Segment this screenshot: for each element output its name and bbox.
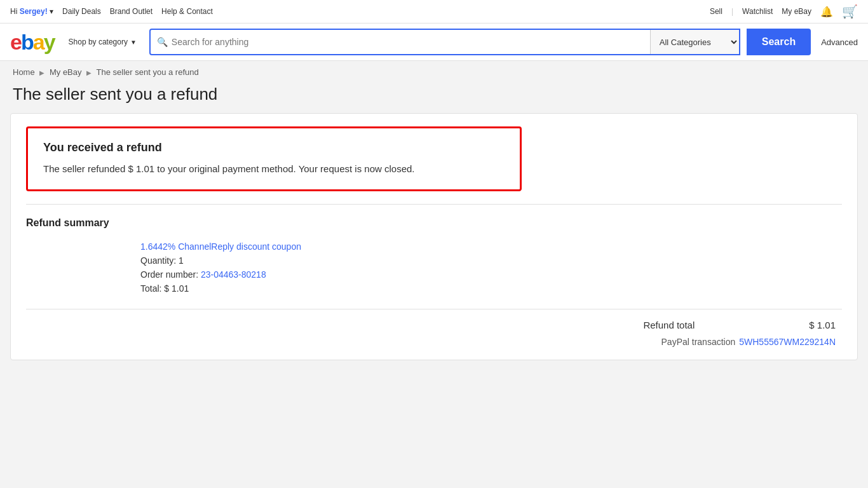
shop-by-arrow-icon: ▼ — [130, 39, 137, 46]
order-label: Order number: 23-04463-80218 — [140, 269, 266, 280]
breadcrumb-sep-1: ▶ — [39, 69, 44, 76]
breadcrumb-sep-2: ▶ — [86, 69, 92, 76]
daily-deals-link[interactable]: Daily Deals — [62, 7, 101, 16]
category-select[interactable]: All Categories — [650, 30, 739, 54]
top-nav-right: Sell | Watchlist My eBay 🔔 🛒 — [710, 4, 858, 19]
search-button[interactable]: Search — [747, 29, 811, 55]
ebay-logo[interactable]: ebay — [10, 30, 55, 55]
help-contact-link[interactable]: Help & Contact — [161, 7, 213, 16]
paypal-label: PayPal transaction — [661, 337, 736, 347]
watchlist-link[interactable]: Watchlist — [742, 7, 773, 16]
advanced-search-link[interactable]: Advanced — [821, 37, 858, 47]
order-number-link[interactable]: 23-04463-80218 — [201, 269, 266, 280]
refund-notification-box: You received a refund The seller refunde… — [26, 126, 522, 191]
refund-summary-heading: Refund summary — [26, 217, 842, 229]
totals-row: Refund total $ 1.01 — [26, 320, 842, 330]
search-bar: 🔍 All Categories — [149, 29, 740, 55]
search-icon: 🔍 — [157, 37, 168, 47]
paypal-row: PayPal transaction 5WH55567WM229214N — [26, 337, 842, 347]
sell-link[interactable]: Sell — [710, 7, 722, 16]
breadcrumb-home[interactable]: Home — [13, 67, 35, 77]
search-input-wrapper: 🔍 — [151, 30, 650, 54]
page-title: The seller sent you a refund — [0, 81, 868, 113]
divider-1 — [26, 204, 842, 205]
shop-by-label: Shop by category — [69, 37, 128, 46]
paypal-transaction-link[interactable]: 5WH55567WM229214N — [739, 337, 836, 347]
username: Sergey! — [20, 7, 48, 16]
my-ebay-link[interactable]: My eBay — [782, 7, 811, 16]
refund-notification-heading: You received a refund — [43, 141, 505, 154]
notification-bell-icon[interactable]: 🔔 — [820, 6, 833, 18]
refund-notification-message: The seller refunded $ 1.01 to your origi… — [43, 162, 505, 177]
divider-2 — [26, 309, 842, 309]
item-link[interactable]: 1.6442% ChannelReply discount coupon — [140, 241, 301, 252]
header: ebay Shop by category ▼ 🔍 All Categories… — [0, 24, 868, 61]
search-input[interactable] — [172, 37, 644, 47]
main-content: You received a refund The seller refunde… — [10, 113, 858, 360]
item-total-label: Total: $ 1.01 — [140, 283, 189, 294]
top-nav: Hi Sergey! ▾ Daily Deals Brand Outlet He… — [0, 0, 868, 24]
greeting: Hi Sergey! ▾ — [10, 7, 53, 16]
cart-icon[interactable]: 🛒 — [842, 4, 858, 19]
order-label-text: Order number: — [140, 269, 198, 280]
separator: | — [731, 7, 733, 16]
refund-total-label: Refund total — [643, 320, 695, 330]
breadcrumb-my-ebay[interactable]: My eBay — [50, 67, 82, 77]
refund-summary: Refund summary 1.6442% ChannelReply disc… — [26, 217, 842, 294]
breadcrumb: Home ▶ My eBay ▶ The seller sent you a r… — [0, 61, 868, 81]
brand-outlet-link[interactable]: Brand Outlet — [110, 7, 153, 16]
summary-item-total: Total: $ 1.01 — [140, 283, 842, 294]
quantity-label: Quantity: 1 — [140, 255, 184, 266]
summary-item-order: Order number: 23-04463-80218 — [140, 269, 842, 280]
shop-by-category[interactable]: Shop by category ▼ — [65, 35, 140, 49]
refund-total-amount: $ 1.01 — [809, 320, 836, 330]
breadcrumb-current: The seller sent you a refund — [97, 67, 199, 77]
summary-item-quantity: Quantity: 1 — [140, 255, 842, 266]
summary-item-link: 1.6442% ChannelReply discount coupon — [140, 241, 842, 252]
top-nav-left: Hi Sergey! ▾ Daily Deals Brand Outlet He… — [10, 7, 213, 16]
